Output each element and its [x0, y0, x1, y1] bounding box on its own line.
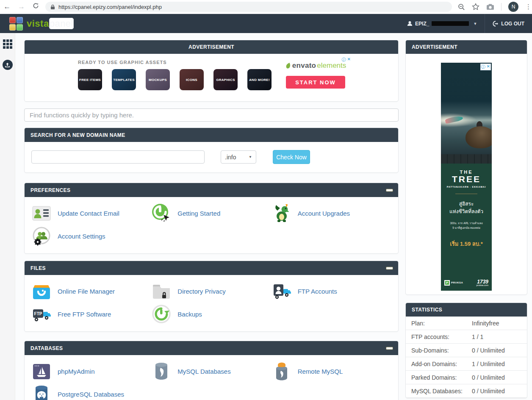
item-remote-mysql[interactable]: Remote MySQL [272, 360, 391, 383]
logout-icon [493, 21, 499, 27]
item-free-ftp-software[interactable]: FTP Free FTP Software [31, 303, 151, 325]
redacted-account-name [432, 21, 469, 26]
stat-label: FTP accounts: [411, 333, 472, 340]
item-label[interactable]: Account Upgrades [298, 210, 350, 217]
item-ftp-accounts[interactable]: FTP Accounts [272, 280, 391, 303]
app-header: vistapanel EPIZ_ ▼ LOG OUT [0, 14, 532, 33]
url-text: https://cpanel.epizy.com/panel/indexpl.p… [58, 4, 162, 10]
side-ad-title: ADVERTISEMENT [412, 44, 457, 50]
item-account-upgrades[interactable]: Account Upgrades [272, 202, 391, 225]
stat-row-plan: Plan: Infinityfree [406, 317, 527, 330]
ad-info-icon[interactable]: ⓘ [481, 64, 485, 70]
item-label[interactable]: MySQL Databases [177, 368, 230, 375]
ad-thai-headline2: แห่งชีวิตที่ลงตัว [441, 208, 492, 215]
collapse-icon[interactable] [386, 267, 393, 269]
files-header: FILES [25, 261, 398, 275]
bookmark-star-icon[interactable] [472, 3, 479, 11]
envato-suffix: elements [317, 61, 346, 70]
item-online-file-manager[interactable]: Online File Manager [31, 280, 151, 303]
apps-grid-icon[interactable] [3, 39, 12, 49]
item-postgresql-databases[interactable]: PostgreSQL Databases [31, 383, 151, 400]
stat-label: Parked Domains: [411, 374, 472, 381]
item-directory-privacy[interactable]: Directory Privacy [151, 280, 271, 303]
item-label[interactable]: Free FTP Software [58, 311, 111, 318]
check-now-button[interactable]: Check Now [273, 150, 310, 164]
ad-banner-body[interactable]: READY TO USE GRAPHIC ASSETS FREE ITEMS T… [25, 54, 398, 101]
item-phpmyadmin[interactable]: phpMyAdmin [31, 360, 151, 383]
item-label[interactable]: phpMyAdmin [58, 368, 95, 375]
address-bar[interactable]: https://cpanel.epizy.com/panel/indexpl.p… [45, 2, 452, 12]
zoom-out-icon[interactable] [458, 3, 465, 11]
stat-label: Add-on Domains: [411, 361, 472, 367]
domain-search-title: SEARCH FOR A NEW DOMAIN NAME [30, 132, 125, 138]
item-label[interactable]: Account Settings [58, 233, 105, 240]
collapse-icon[interactable] [386, 347, 393, 349]
browser-menu-icon[interactable]: ⋮ [525, 3, 532, 11]
stat-row-addon-domains: Add-on Domains: 1 / Unlimited [406, 357, 527, 371]
ftp-truck-icon: FTP [31, 304, 52, 324]
ad-subtitle: PATTANAKARN - EKKAMAI [441, 186, 492, 188]
side-ad-header: ADVERTISEMENT [406, 40, 527, 54]
domain-name-input[interactable] [31, 150, 205, 164]
stat-row-sub-domains: Sub-Domains: 0 / Unlimited [406, 344, 527, 357]
item-label[interactable]: Online File Manager [58, 288, 115, 295]
logout-label: LOG OUT [501, 21, 524, 27]
vertical-ad[interactable]: ⓘ ✕ THE TREE PATTANAKARN - EKKAMAI สู่อิ… [441, 63, 492, 291]
start-now-button[interactable]: START NOW [286, 76, 345, 89]
item-label[interactable]: FTP Accounts [298, 288, 337, 295]
item-label[interactable]: Update Contact Email [58, 210, 119, 217]
page-content: ADVERTISEMENT READY TO USE GRAPHIC ASSET… [15, 33, 532, 400]
forward-icon[interactable]: → [14, 3, 29, 11]
back-icon[interactable]: ← [0, 3, 14, 11]
refresh-icon[interactable] [28, 3, 43, 11]
ad-tile[interactable]: ICONS [180, 69, 204, 90]
pruksa-logo: P PRUKSA [444, 280, 463, 286]
feather-graphic [445, 115, 463, 124]
browser-profile-avatar[interactable]: N [508, 2, 518, 12]
ad-tile[interactable]: AND MORE! [247, 69, 272, 90]
item-update-contact-email[interactable]: Update Contact Email [31, 202, 151, 225]
item-getting-started[interactable]: Getting Started [151, 202, 271, 225]
left-rail [0, 33, 15, 400]
ad-photo: ⓘ ✕ [441, 63, 492, 164]
ad-thai-detail1: 300ม. จาก ARL รามคำแหง [441, 221, 492, 225]
stat-value: 0 / Unlimited [472, 347, 505, 354]
item-backups[interactable]: Backups [151, 303, 271, 325]
logo-squares-icon [9, 17, 23, 31]
pruksa-icon: P [444, 280, 450, 286]
item-account-settings[interactable]: Account Settings [31, 225, 151, 247]
upload-icon[interactable] [3, 60, 13, 70]
ad-tile[interactable]: TEMPLATES [112, 69, 136, 90]
deck-graphic [441, 154, 492, 164]
logout-button[interactable]: LOG OUT [485, 14, 532, 33]
quick-find-input[interactable] [24, 108, 399, 122]
ad-site: pruksa.com [477, 284, 488, 287]
ad-tile[interactable]: FREE ITEMS [78, 69, 102, 90]
item-label[interactable]: Directory Privacy [177, 288, 225, 295]
ad-close-icon[interactable]: ✕ [487, 64, 490, 70]
files-panel: FILES Online File Manager Directory Priv… [24, 261, 399, 332]
statistics-panel: STATISTICS Plan: Infinityfree FTP accoun… [405, 303, 527, 398]
side-ad-panel: ADVERTISEMENT ⓘ ✕ THE [405, 40, 527, 295]
item-label[interactable]: Backups [177, 311, 202, 318]
item-label[interactable]: Remote MySQL [298, 368, 343, 375]
stat-label: MySQL Databases: [411, 388, 472, 394]
phpmyadmin-icon [31, 361, 52, 381]
browser-actions: N ⋮ [458, 2, 532, 12]
item-label[interactable]: PostgreSQL Databases [58, 391, 124, 398]
stat-value: Infinityfree [472, 320, 499, 327]
ad-tile[interactable]: GRAPHICS [213, 69, 238, 90]
remote-mysql-icon [272, 361, 292, 381]
item-label[interactable]: Getting Started [177, 210, 220, 217]
ad-tile[interactable]: MOCKUPS [146, 69, 170, 90]
item-mysql-databases[interactable]: MySQL Databases [151, 360, 271, 383]
stat-value: 1 / 1 [472, 333, 483, 340]
user-icon [407, 21, 413, 26]
ad-banner-panel: ADVERTISEMENT READY TO USE GRAPHIC ASSET… [24, 40, 399, 102]
camera-icon[interactable] [486, 3, 494, 10]
stat-row-mysql-databases: MySQL Databases: 0 / Unlimited [406, 384, 527, 398]
stat-value: 0 / Unlimited [472, 388, 505, 394]
account-menu[interactable]: EPIZ_ ▼ [399, 14, 485, 33]
tld-select[interactable]: .info ▼ [221, 150, 256, 164]
collapse-icon[interactable] [386, 189, 393, 191]
